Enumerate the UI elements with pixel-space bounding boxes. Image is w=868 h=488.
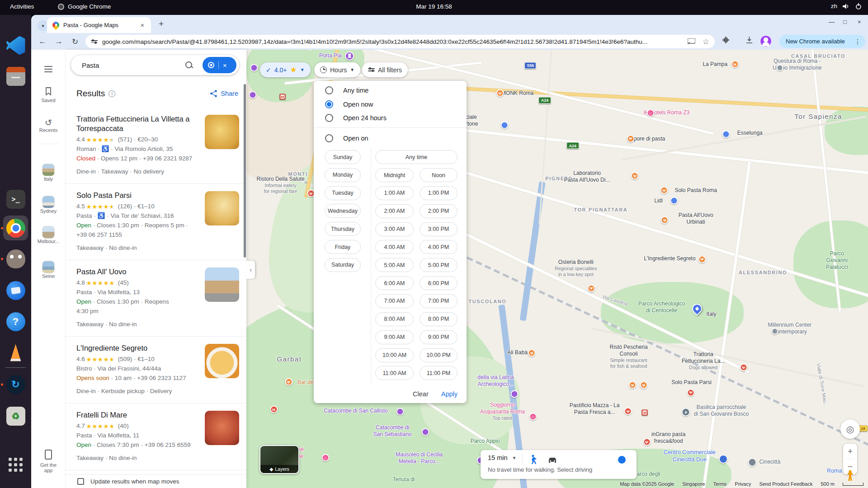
map-marker-m-red[interactable]: Ψ: [687, 389, 695, 396]
time-button-700am[interactable]: 7:00 AM: [375, 294, 414, 308]
map-marker-m-red[interactable]: Ψ: [643, 438, 651, 446]
maximize-button[interactable]: □: [843, 19, 847, 25]
time-button-400pm[interactable]: 4:00 PM: [420, 240, 458, 254]
dock-item-vlc[interactable]: [3, 341, 28, 366]
attribution-link[interactable]: Terms: [713, 481, 726, 487]
focused-app-indicator[interactable]: Google Chrome: [58, 3, 111, 10]
rail-shortcut-seine[interactable]: Seine: [31, 261, 66, 279]
map-marker-m-food[interactable]: Ψ: [496, 89, 504, 97]
map-marker-m-purple[interactable]: [422, 428, 429, 436]
system-tray[interactable]: zh: [831, 3, 862, 9]
radio-icon[interactable]: [325, 134, 333, 142]
info-icon[interactable]: i: [108, 90, 115, 97]
list-item[interactable]: Pasta All'Uovo Urbinati...: [66, 470, 246, 474]
map-marker-m-pink[interactable]: ⌂: [321, 454, 329, 462]
dock-item-thunderbird[interactable]: [3, 278, 28, 303]
chrome-update-chip[interactable]: New Chrome available ⋮: [779, 35, 865, 48]
radio-option-any-time[interactable]: Any time: [325, 85, 368, 96]
map-marker-m-food[interactable]: Ψ: [285, 378, 292, 386]
time-button-1000pm[interactable]: 10:00 PM: [420, 348, 458, 362]
attribution-link[interactable]: Privacy: [735, 481, 751, 487]
day-button-wednesday[interactable]: Wednesday: [325, 204, 361, 218]
map-marker-m-blue[interactable]: [722, 131, 730, 138]
map-marker-m-food[interactable]: Ψ: [698, 255, 706, 263]
map-marker-m-purple[interactable]: [250, 64, 258, 71]
dock-item-help[interactable]: ?: [3, 309, 28, 334]
search-icon[interactable]: [185, 61, 193, 69]
map-marker-m-food[interactable]: Ψ: [628, 381, 636, 389]
close-window-button[interactable]: ×: [858, 19, 861, 25]
dock-item-trash[interactable]: ♻: [3, 404, 28, 428]
map-marker-m-red[interactable]: Ψ: [624, 408, 632, 415]
map-marker-m-red[interactable]: Ψ: [740, 364, 748, 371]
nearby-search-icon[interactable]: [208, 62, 214, 68]
download-icon[interactable]: [745, 36, 753, 44]
radio-icon[interactable]: [325, 86, 333, 94]
attribution-link[interactable]: 500 m: [821, 481, 835, 487]
my-location-button[interactable]: ◎: [840, 419, 860, 439]
time-button-300pm[interactable]: 3:00 PM: [420, 222, 458, 236]
radio-icon[interactable]: [325, 114, 333, 122]
extensions-icon[interactable]: [722, 36, 730, 44]
menu-hamburger-icon[interactable]: [31, 64, 66, 76]
map-marker-m-blue[interactable]: [500, 121, 508, 129]
tab-pasta-google-maps[interactable]: Pasta - Google Maps ×: [47, 17, 151, 33]
list-item[interactable]: Fratelli Di Mare4.7★★★★★★★★★★ (40)Pasta …: [66, 404, 246, 470]
map-marker-m-blue[interactable]: [670, 197, 678, 204]
rating-filter-chip[interactable]: ✓ 4.0+ ★ ▼: [260, 62, 311, 77]
time-button-500pm[interactable]: 5:00 PM: [420, 258, 458, 272]
listing-photo[interactable]: [205, 344, 239, 378]
map-marker-m-church[interactable]: +: [682, 408, 690, 417]
back-button[interactable]: ←: [37, 36, 48, 47]
rail-shortcut-sydney[interactable]: Sydney: [31, 196, 66, 214]
time-button-1100am[interactable]: 11:00 AM: [375, 366, 414, 380]
saved-button[interactable]: Saved: [31, 87, 66, 103]
dock-item-updater[interactable]: ↻: [3, 372, 28, 397]
time-button-300am[interactable]: 3:00 AM: [375, 222, 414, 236]
recents-button[interactable]: ↺ Recents: [31, 118, 66, 133]
map-marker-m-food[interactable]: Ψ: [640, 381, 647, 389]
list-item[interactable]: Solo Pasta Parsi4.5★★★★★★★★★★ (126) · €1…: [66, 184, 246, 260]
time-button-700pm[interactable]: 7:00 PM: [420, 294, 458, 308]
map-marker-m-purple[interactable]: [510, 390, 518, 398]
map-marker-m-food[interactable]: Ψ: [528, 349, 536, 357]
day-button-friday[interactable]: Friday: [325, 240, 361, 254]
map-marker-m-food[interactable]: Ψ: [731, 61, 739, 68]
collapse-panel-button[interactable]: ‹: [246, 261, 255, 279]
dock-item-vscode[interactable]: [3, 33, 28, 58]
panel-scrollbar[interactable]: [244, 84, 246, 258]
menu-kebab-icon[interactable]: ⋮: [854, 38, 861, 45]
clock[interactable]: Mar 19 16:58: [416, 3, 452, 10]
time-button-noon[interactable]: Noon: [420, 168, 458, 182]
time-button-600am[interactable]: 6:00 AM: [375, 276, 414, 290]
radio-option-open-on[interactable]: Open on: [325, 133, 368, 144]
clear-button[interactable]: Clear: [413, 390, 429, 398]
dock-item-terminal[interactable]: >_: [3, 187, 28, 211]
transit-toggle[interactable]: [618, 456, 626, 464]
list-item[interactable]: Pasta All' Uovo4.8★★★★★★★★★★ (45)Pasta ·…: [66, 260, 246, 337]
time-button-200am[interactable]: 2:00 AM: [375, 204, 414, 218]
time-button-1000am[interactable]: 10:00 AM: [375, 348, 414, 362]
share-button[interactable]: Share: [210, 90, 238, 97]
time-button-400am[interactable]: 4:00 AM: [375, 240, 414, 254]
map-marker-m-tag[interactable]: 19: [859, 426, 868, 432]
forward-button[interactable]: →: [53, 36, 65, 47]
radio-icon[interactable]: [325, 100, 333, 108]
dock-item-calc[interactable]: [3, 127, 28, 152]
time-button-800am[interactable]: 8:00 AM: [375, 312, 414, 326]
layers-button[interactable]: ◆Layers: [259, 445, 299, 474]
site-settings-icon[interactable]: [91, 39, 98, 45]
time-button-1100pm[interactable]: 11:00 PM: [420, 366, 458, 380]
day-button-sunday[interactable]: Sunday: [325, 150, 361, 164]
map-marker-m-blue-circ[interactable]: [719, 455, 728, 464]
time-button-800pm[interactable]: 8:00 PM: [420, 312, 458, 326]
map-marker-m-shield[interactable]: A24: [538, 97, 551, 103]
new-tab-button[interactable]: +: [159, 19, 164, 29]
list-item[interactable]: L'Ingrediente Segreto4.6★★★★★★★★★★ (509)…: [66, 337, 246, 404]
time-button-900pm[interactable]: 9:00 PM: [420, 330, 458, 344]
all-filters-chip[interactable]: All filters: [362, 62, 408, 77]
activities-button[interactable]: Activities: [10, 3, 34, 10]
day-button-tuesday[interactable]: Tuesday: [325, 186, 361, 200]
search-actions[interactable]: ×: [203, 57, 236, 73]
map-marker-m-pink[interactable]: ⌂: [646, 109, 654, 117]
